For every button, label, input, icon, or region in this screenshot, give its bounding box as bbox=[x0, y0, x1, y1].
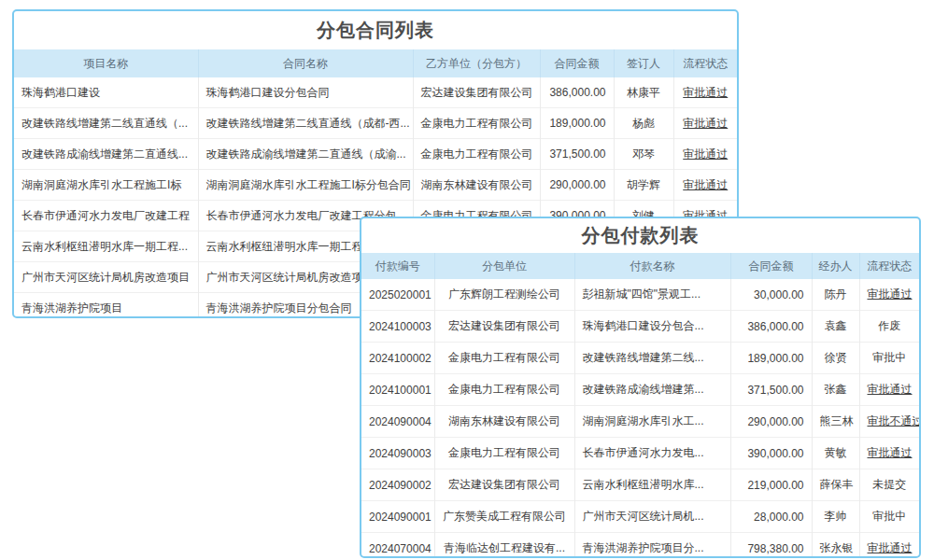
workflow-status-cell[interactable]: 审批不通过 bbox=[859, 406, 919, 438]
payment-name-cell[interactable]: 云南水利枢纽潜明水库... bbox=[574, 469, 730, 501]
payment-name-cell[interactable]: 湖南洞庭湖水库引水工... bbox=[574, 406, 730, 438]
workflow-status-cell[interactable]: 审批通过 bbox=[859, 279, 919, 311]
project-name-cell[interactable]: 改建铁路线增建第二线直通线（... bbox=[14, 108, 198, 139]
contract-row: 改建铁路线增建第二线直通线（...改建铁路线增建第二线直通线（成都-西...金康… bbox=[14, 108, 737, 139]
handler-cell: 陈丹 bbox=[812, 279, 859, 311]
contract-row: 珠海鹤港口建设珠海鹤港口建设分包合同宏达建设集团有限公司386,000.00林康… bbox=[14, 77, 737, 108]
contract-amount-cell: 189,000.00 bbox=[540, 108, 614, 139]
signer-cell: 林康平 bbox=[614, 77, 673, 108]
payment-amount-cell: 390,000.00 bbox=[730, 438, 812, 469]
subcontract-unit-cell[interactable]: 金康电力工程有限公司 bbox=[434, 343, 574, 374]
subcontract-unit-cell[interactable]: 广东辉朗工程测绘公司 bbox=[434, 279, 574, 311]
payment-amount-cell: 371,500.00 bbox=[730, 374, 812, 406]
contract-list-title: 分包合同列表 bbox=[14, 11, 737, 49]
col-header-workflow-status: 流程状态 bbox=[673, 49, 737, 77]
payment-no-cell[interactable]: 2024090001 bbox=[361, 501, 434, 533]
handler-cell: 张鑫 bbox=[812, 374, 859, 406]
payment-name-cell[interactable]: 彭祖新城"四馆"景观工... bbox=[574, 279, 730, 311]
payment-no-cell[interactable]: 2024090004 bbox=[361, 406, 434, 438]
payment-amount-cell: 798,380.00 bbox=[730, 533, 812, 559]
payment-name-cell[interactable]: 长春市伊通河水力发电... bbox=[574, 438, 730, 469]
contract-amount-cell: 371,500.00 bbox=[540, 139, 614, 170]
payment-amount-cell: 30,000.00 bbox=[730, 279, 812, 311]
payment-no-cell[interactable]: 2024090002 bbox=[361, 469, 434, 501]
workflow-status-cell[interactable]: 审批通过 bbox=[673, 108, 737, 139]
payment-no-cell[interactable]: 2024100001 bbox=[361, 374, 434, 406]
project-name-cell[interactable]: 广州市天河区统计局机房改造项目 bbox=[14, 262, 198, 293]
payment-no-cell[interactable]: 2024090003 bbox=[361, 438, 434, 469]
workflow-status-cell[interactable]: 审批通过 bbox=[673, 139, 737, 170]
payment-no-cell[interactable]: 2025020001 bbox=[361, 279, 434, 311]
contract-name-cell[interactable]: 湖南洞庭湖水库引水工程施工I标分包合同 bbox=[198, 170, 413, 201]
payment-no-cell[interactable]: 2024070004 bbox=[361, 533, 434, 559]
payment-row: 2024090004湖南东林建设有限公司湖南洞庭湖水库引水工...290,000… bbox=[361, 406, 919, 438]
project-name-cell[interactable]: 青海洪湖养护院项目 bbox=[14, 293, 198, 319]
project-name-cell[interactable]: 改建铁路成渝线增建第二直通线... bbox=[14, 139, 198, 170]
payment-name-cell[interactable]: 珠海鹤港口建设分包合... bbox=[574, 311, 730, 343]
subcontract-unit-cell[interactable]: 宏达建设集团有限公司 bbox=[434, 469, 574, 501]
payment-row: 2024090001广东赞美成工程有限公司广州市天河区统计局机...28,000… bbox=[361, 501, 919, 533]
payment-amount-cell: 386,000.00 bbox=[730, 311, 812, 343]
col-header-payment-status: 流程状态 bbox=[859, 253, 919, 279]
subcontract-unit-cell[interactable]: 湖南东林建设有限公司 bbox=[434, 406, 574, 438]
signer-cell: 邓琴 bbox=[614, 139, 673, 170]
payment-amount-cell: 219,000.00 bbox=[730, 469, 812, 501]
col-header-contract-name: 合同名称 bbox=[198, 49, 413, 77]
payment-row: 2024070004青海临达创工程建设有...青海洪湖养护院项目分...798,… bbox=[361, 533, 919, 559]
signer-cell: 胡学辉 bbox=[614, 170, 673, 201]
handler-cell: 袁鑫 bbox=[812, 311, 859, 343]
payment-row: 2025020001广东辉朗工程测绘公司彭祖新城"四馆"景观工...30,000… bbox=[361, 279, 919, 311]
subcontract-unit-cell[interactable]: 宏达建设集团有限公司 bbox=[434, 311, 574, 343]
workflow-status-cell[interactable]: 审批通过 bbox=[673, 170, 737, 201]
col-header-signer: 签订人 bbox=[614, 49, 673, 77]
project-name-cell[interactable]: 湖南洞庭湖水库引水工程施工I标 bbox=[14, 170, 198, 201]
col-header-payment-name: 付款名称 bbox=[574, 253, 730, 279]
subcontract-unit-cell[interactable]: 金康电力工程有限公司 bbox=[434, 438, 574, 469]
party-unit-cell[interactable]: 湖南东林建设有限公司 bbox=[413, 170, 540, 201]
payment-amount-cell: 189,000.00 bbox=[730, 343, 812, 374]
payment-name-cell[interactable]: 改建铁路线增建第二线... bbox=[574, 343, 730, 374]
party-unit-cell[interactable]: 金康电力工程有限公司 bbox=[413, 108, 540, 139]
project-name-cell[interactable]: 云南水利枢纽潜明水库一期工程... bbox=[14, 231, 198, 262]
workflow-status-cell[interactable]: 审批通过 bbox=[859, 533, 919, 559]
subcontract-unit-cell[interactable]: 广东赞美成工程有限公司 bbox=[434, 501, 574, 533]
workflow-status-cell[interactable]: 审批通过 bbox=[673, 77, 737, 108]
col-header-project-name: 项目名称 bbox=[14, 49, 198, 77]
payment-list-panel: 分包付款列表 付款编号 分包单位 付款名称 合同金额 经办人 流程状态 2025… bbox=[360, 217, 921, 558]
handler-cell: 黄敏 bbox=[812, 438, 859, 469]
payment-name-cell[interactable]: 广州市天河区统计局机... bbox=[574, 501, 730, 533]
payment-row: 2024100002金康电力工程有限公司改建铁路线增建第二线...189,000… bbox=[361, 343, 919, 374]
workflow-status-cell: 审批中 bbox=[859, 501, 919, 533]
contract-name-cell[interactable]: 改建铁路线增建第二线直通线（成都-西... bbox=[198, 108, 413, 139]
project-name-cell[interactable]: 珠海鹤港口建设 bbox=[14, 77, 198, 108]
workflow-status-cell[interactable]: 审批通过 bbox=[859, 438, 919, 469]
workflow-status-cell: 审批中 bbox=[859, 343, 919, 374]
party-unit-cell[interactable]: 宏达建设集团有限公司 bbox=[413, 77, 540, 108]
signer-cell: 杨彪 bbox=[614, 108, 673, 139]
payment-name-cell[interactable]: 青海洪湖养护院项目分... bbox=[574, 533, 730, 559]
contract-name-cell[interactable]: 珠海鹤港口建设分包合同 bbox=[198, 77, 413, 108]
contract-row: 改建铁路成渝线增建第二直通线...改建铁路成渝线增建第二直通线（成渝...金康电… bbox=[14, 139, 737, 170]
payment-amount-cell: 290,000.00 bbox=[730, 406, 812, 438]
payment-amount-cell: 28,000.00 bbox=[730, 501, 812, 533]
payment-table: 付款编号 分包单位 付款名称 合同金额 经办人 流程状态 2025020001广… bbox=[361, 253, 919, 558]
payment-name-cell[interactable]: 改建铁路成渝线增建第... bbox=[574, 374, 730, 406]
contract-name-cell[interactable]: 改建铁路成渝线增建第二直通线（成渝... bbox=[198, 139, 413, 170]
payment-row: 2024090003金康电力工程有限公司长春市伊通河水力发电...390,000… bbox=[361, 438, 919, 469]
subcontract-unit-cell[interactable]: 金康电力工程有限公司 bbox=[434, 374, 574, 406]
payment-list-title: 分包付款列表 bbox=[361, 218, 919, 253]
subcontract-unit-cell[interactable]: 青海临达创工程建设有... bbox=[434, 533, 574, 559]
workflow-status-cell[interactable]: 审批通过 bbox=[859, 374, 919, 406]
payment-row: 2024100001金康电力工程有限公司改建铁路成渝线增建第...371,500… bbox=[361, 374, 919, 406]
col-header-contract-amount: 合同金额 bbox=[540, 49, 614, 77]
payment-no-cell[interactable]: 2024100002 bbox=[361, 343, 434, 374]
party-unit-cell[interactable]: 金康电力工程有限公司 bbox=[413, 139, 540, 170]
col-header-payment-amount: 合同金额 bbox=[730, 253, 812, 279]
contract-table-header: 项目名称 合同名称 乙方单位（分包方） 合同金额 签订人 流程状态 bbox=[14, 49, 737, 77]
project-name-cell[interactable]: 长春市伊通河水力发电厂改建工程 bbox=[14, 201, 198, 231]
payment-row: 2024090002宏达建设集团有限公司云南水利枢纽潜明水库...219,000… bbox=[361, 469, 919, 501]
workflow-status-cell: 作废 bbox=[859, 311, 919, 343]
payment-table-header: 付款编号 分包单位 付款名称 合同金额 经办人 流程状态 bbox=[361, 253, 919, 279]
payment-no-cell[interactable]: 2024100003 bbox=[361, 311, 434, 343]
workflow-status-cell: 未提交 bbox=[859, 469, 919, 501]
